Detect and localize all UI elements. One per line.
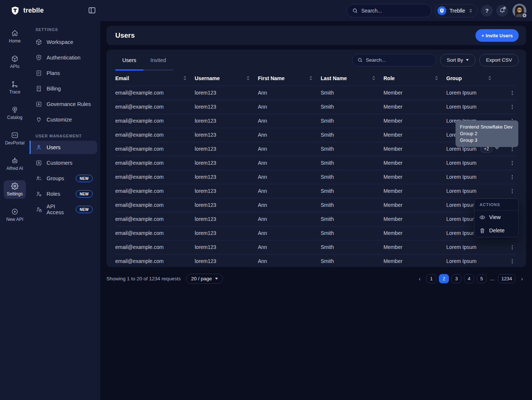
sort-icon[interactable] [308, 76, 313, 81]
rail-item-new-api[interactable]: New API [3, 206, 26, 224]
sidebar-item-governance-rules[interactable]: Governance Rules [30, 96, 97, 112]
row-actions-kebab-icon[interactable] [508, 243, 516, 252]
global-search[interactable] [347, 4, 432, 17]
column-header[interactable]: First Name [258, 75, 321, 81]
brand-logo[interactable]: treblle [0, 6, 44, 16]
sidebar-item-customers[interactable]: Customers [30, 155, 97, 171]
sort-icon[interactable] [434, 76, 439, 81]
sidebar-collapse-icon[interactable] [88, 6, 96, 14]
cell-group: Lorem Ipsum [446, 188, 508, 194]
table-row[interactable]: email@example.com lorem123 Ann Smith Mem… [106, 86, 526, 100]
pagination-prev-icon[interactable]: ‹ [416, 274, 424, 283]
cell-first-name: Ann [258, 90, 321, 96]
rail-item-devportal[interactable]: DevPortal [2, 129, 28, 148]
page-button-3[interactable]: 3 [451, 274, 461, 283]
workspace-selector[interactable]: Treblle [435, 4, 478, 17]
table-row[interactable]: email@example.com lorem123 Ann Smith Mem… [106, 240, 526, 254]
sidebar-item-customize[interactable]: Customize [30, 112, 97, 127]
user-avatar[interactable]: ▼ [512, 4, 526, 18]
cell-group: Lorem Ipsum [446, 160, 508, 166]
search-icon [352, 8, 358, 14]
sidebar-item-plans[interactable]: Plans [30, 65, 97, 81]
sidebar-item-billing[interactable]: Billing [30, 81, 97, 96]
sidebar-item-users[interactable]: Users [30, 141, 97, 154]
settings-heading: SETTINGS [35, 27, 100, 32]
row-actions-kebab-icon[interactable] [508, 158, 516, 167]
actions-menu-view[interactable]: View [474, 211, 518, 224]
cell-role: Member [383, 104, 446, 110]
rail-item-settings[interactable]: Settings [4, 180, 25, 199]
rail-item-home[interactable]: Home [6, 27, 24, 46]
table-row[interactable]: email@example.com lorem123 Ann Smith Mem… [106, 184, 526, 198]
table-row[interactable]: email@example.com lorem123 Ann Smith Mem… [106, 212, 526, 226]
sort-icon[interactable] [371, 76, 376, 81]
column-header[interactable]: Last Name [321, 75, 383, 81]
sidebar-item-authentication[interactable]: Authentication [30, 50, 97, 65]
sidebar-item-workspace[interactable]: Workspace [30, 34, 97, 50]
table-row[interactable]: email@example.com lorem123 Ann Smith Mem… [106, 156, 526, 170]
table-row[interactable]: email@example.com lorem123 Ann Smith Mem… [106, 170, 526, 184]
column-header[interactable]: Email [115, 75, 195, 81]
table-search-input[interactable] [366, 57, 431, 63]
document-icon [35, 70, 42, 76]
group-tooltip: Frontend Snowflake Dev Group 2 Group 3 [456, 120, 518, 147]
page-button-4[interactable]: 4 [464, 274, 474, 283]
sidebar-item-roles[interactable]: Roles NEW [30, 186, 97, 202]
sidebar-item-label: Customize [47, 117, 72, 123]
sidebar-item-label: Workspace [47, 39, 73, 45]
column-label: Role [383, 75, 395, 81]
sidebar-item-label: Groups [47, 175, 64, 181]
group-name: Lorem Ipsum [446, 174, 477, 180]
invite-users-button[interactable]: + Invite Users [475, 29, 519, 42]
table-row[interactable]: email@example.com lorem123 Ann Smith Mem… [106, 100, 526, 114]
page-button-1234[interactable]: 1234 [498, 274, 515, 283]
sidebar-item-groups[interactable]: Groups NEW [30, 171, 97, 186]
page-size-value: 20 / page [191, 276, 212, 281]
sort-by-button[interactable]: Sort By [440, 54, 475, 66]
help-button[interactable]: ? [481, 5, 493, 17]
tab-invited[interactable]: Invited [143, 49, 173, 71]
rail-item-apis[interactable]: APIs [7, 53, 22, 71]
sidebar-item-api-access[interactable]: API Access NEW [30, 202, 97, 217]
page-size-select[interactable]: 20 / page [186, 274, 223, 284]
pagination-next-icon[interactable]: › [518, 274, 526, 283]
rail-item-alfred-ai[interactable]: Alfred AI [3, 155, 26, 173]
sort-icon[interactable] [246, 76, 250, 81]
page-button-5[interactable]: 5 [477, 274, 487, 283]
sidebar-item-label: Billing [47, 86, 61, 92]
cell-username: lorem123 [195, 118, 258, 124]
table-row[interactable]: email@example.com lorem123 Ann Smith Mem… [106, 226, 526, 240]
column-header[interactable]: Username [195, 75, 258, 81]
tab-users[interactable]: Users [115, 49, 143, 71]
rail-item-trace[interactable]: Trace [6, 78, 23, 97]
app-root: treblle Treblle ? [0, 0, 532, 400]
actions-menu-delete[interactable]: Delete [474, 224, 518, 237]
column-header[interactable]: Role [383, 75, 446, 81]
sort-icon[interactable] [183, 76, 187, 81]
export-csv-button[interactable]: Export CSV [479, 54, 519, 66]
row-actions-kebab-icon[interactable] [508, 257, 516, 266]
new-badge: NEW [76, 190, 93, 198]
row-actions-kebab-icon[interactable] [508, 172, 516, 181]
row-actions-kebab-icon[interactable] [508, 88, 516, 97]
table-row[interactable]: email@example.com lorem123 Ann Smith Mem… [106, 198, 526, 212]
table-search[interactable] [352, 54, 436, 66]
row-actions-kebab-icon[interactable] [508, 187, 516, 195]
notifications-button[interactable] [496, 5, 508, 17]
global-search-input[interactable] [361, 8, 426, 14]
sidebar-item-label: Authentication [47, 55, 81, 61]
column-header[interactable]: Group [446, 75, 508, 81]
rail-item-catalog[interactable]: Catalog [4, 104, 25, 122]
page-button-2[interactable]: 2 [439, 274, 449, 283]
cell-last-name: Smith [321, 216, 383, 222]
group-name: Lorem Ipsum [446, 90, 477, 96]
new-badge: NEW [76, 206, 93, 213]
sidebar-item-label: Customers [47, 160, 72, 166]
role-icon [35, 191, 42, 197]
table-row[interactable]: email@example.com lorem123 Ann Smith Mem… [106, 254, 526, 267]
page-button-1[interactable]: 1 [426, 274, 436, 283]
sort-icon[interactable] [487, 76, 492, 81]
cell-last-name: Smith [321, 118, 383, 124]
chevron-up-down-icon [468, 8, 473, 13]
row-actions-kebab-icon[interactable] [508, 102, 516, 111]
